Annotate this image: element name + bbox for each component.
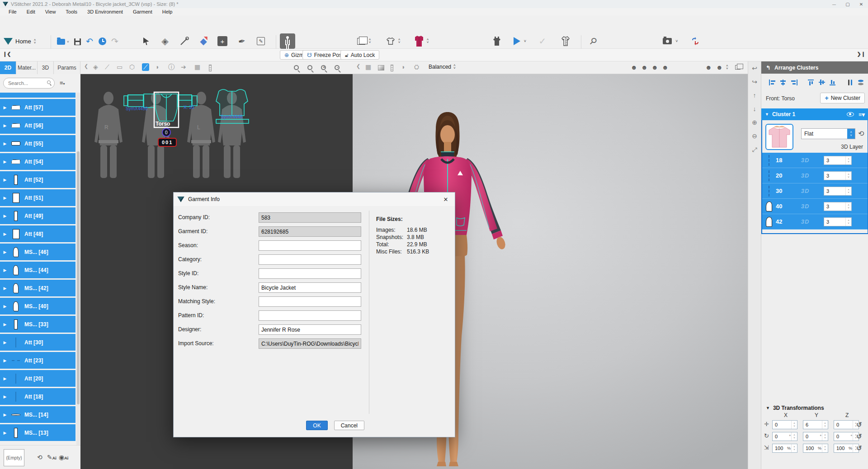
menu-file[interactable]: File bbox=[4, 9, 22, 14]
spinner-icon[interactable]: ˄˅ bbox=[845, 202, 851, 211]
menu-view[interactable]: View bbox=[40, 9, 61, 14]
ruler-2d-icon[interactable] bbox=[209, 65, 212, 71]
menu-garment[interactable]: Garment bbox=[128, 9, 157, 14]
list-filter-icon[interactable]: ≡▾ bbox=[60, 80, 65, 86]
ok-button[interactable]: OK bbox=[306, 421, 327, 430]
spinner-icon[interactable]: ˄˅ bbox=[845, 172, 851, 180]
select-spinner-icon[interactable]: ˄˅ bbox=[847, 129, 855, 139]
strip-zoom-out-icon[interactable]: ⊖ bbox=[748, 129, 761, 143]
avatar-head-icon-3[interactable]: ☻ bbox=[651, 64, 658, 71]
shape-2d-icon[interactable]: ◗ bbox=[156, 63, 159, 70]
undo-button[interactable]: ↶ bbox=[86, 36, 93, 47]
zoom-in-icon[interactable]: + bbox=[321, 65, 326, 70]
list-item[interactable]: ▶MS... [14] bbox=[0, 406, 75, 423]
flat-mode-select[interactable]: Flat ˄˅ bbox=[801, 128, 855, 139]
cluster-thumbnail[interactable] bbox=[765, 124, 793, 150]
reset-icon[interactable]: ⟲ bbox=[37, 454, 42, 461]
size-row[interactable]: 40 3D 3˄˅ bbox=[762, 199, 868, 214]
ai-pen-icon[interactable]: ✎Ai bbox=[47, 454, 57, 461]
garment-id-input[interactable] bbox=[259, 226, 361, 237]
measure-2d-icon[interactable]: ⟋ bbox=[142, 63, 149, 71]
arrow-2d-icon[interactable]: ➔ bbox=[181, 63, 186, 70]
tab-params[interactable]: Params bbox=[54, 61, 80, 74]
transformations-header[interactable]: ▼ 3D Transformations bbox=[761, 402, 868, 412]
list-item[interactable]: ▶Att [52] bbox=[0, 171, 75, 188]
zoom-region-icon[interactable] bbox=[307, 65, 312, 70]
move-down-icon[interactable]: ↓ bbox=[748, 102, 761, 116]
list-item[interactable]: ▶Att [23] bbox=[0, 352, 75, 369]
tab-materials[interactable]: Mater... bbox=[16, 61, 38, 74]
list-item[interactable]: ▶Att [48] bbox=[0, 225, 75, 242]
rotate-y-input[interactable]: 0°˄˅ bbox=[803, 432, 828, 441]
company-id-input[interactable] bbox=[259, 212, 361, 223]
grid-3d-icon[interactable]: ▦ bbox=[365, 63, 371, 70]
texture-2d-icon[interactable]: ◈ bbox=[93, 63, 98, 70]
collapse-triangle-icon[interactable]: ▼ bbox=[766, 406, 770, 410]
scale-y-input[interactable]: 100%˄˅ bbox=[803, 444, 828, 453]
render-quality-selector[interactable]: Balanced ˄˅ bbox=[429, 64, 456, 70]
grid-2d-icon[interactable]: ▦ bbox=[194, 63, 200, 70]
empty-slot[interactable]: (Empty) bbox=[4, 449, 24, 466]
category-input[interactable] bbox=[259, 254, 361, 265]
list-item[interactable]: ▶Att [55] bbox=[0, 135, 75, 152]
size-row[interactable]: 30 3D 3˄˅ bbox=[762, 183, 868, 199]
cluster-header[interactable]: ▼ Cluster 1 ≡▾ bbox=[761, 108, 868, 120]
menu-3d-environment[interactable]: 3D Environment bbox=[82, 9, 128, 14]
home-selector[interactable]: Home ˄˅ bbox=[4, 38, 36, 45]
list-item[interactable]: ▶Att [57] bbox=[0, 99, 75, 116]
move-up-icon[interactable]: ↑ bbox=[748, 89, 761, 102]
distribute-h-icon[interactable] bbox=[846, 79, 854, 86]
detach-window-icon[interactable] bbox=[735, 65, 741, 70]
menu-edit[interactable]: Edit bbox=[22, 9, 40, 14]
list-item[interactable]: ▶Att [30] bbox=[0, 334, 75, 351]
save-button[interactable] bbox=[74, 38, 81, 45]
auto-lock-toggle[interactable]: 🔓︎ Auto Lock bbox=[340, 50, 379, 60]
cluster-menu-icon[interactable]: ≡▾ bbox=[859, 111, 865, 118]
tab-3d[interactable]: 3D bbox=[38, 61, 54, 74]
list-item-partial[interactable] bbox=[0, 93, 75, 98]
reset-move-button[interactable]: ↺ bbox=[856, 421, 862, 429]
panel-back-arrow-icon[interactable]: ↰ bbox=[766, 65, 770, 71]
avatar-hair-icon[interactable]: ☻ bbox=[716, 64, 723, 71]
open-file-button[interactable]: ˅ bbox=[57, 39, 69, 45]
style-name-input[interactable] bbox=[259, 282, 361, 293]
new-cluster-button[interactable]: + New Cluster bbox=[820, 93, 865, 103]
size-row[interactable]: 20 3D 3˄˅ bbox=[762, 168, 868, 183]
panel-back-icon[interactable]: ❮ bbox=[84, 63, 88, 69]
list-item[interactable]: ▶Att [51] bbox=[0, 189, 75, 206]
align-center-icon[interactable] bbox=[779, 79, 787, 86]
history-button[interactable] bbox=[99, 38, 106, 45]
list-item[interactable]: ▶Att [56] bbox=[0, 117, 75, 134]
list-item[interactable]: ▶Att [49] bbox=[0, 207, 75, 224]
move-z-input[interactable]: 0˄˅ bbox=[834, 420, 859, 429]
collapse-left-icon[interactable]: ❙❮ bbox=[3, 51, 11, 57]
align-top-icon[interactable] bbox=[807, 79, 815, 86]
rotate-view-icon[interactable]: ↪ bbox=[748, 75, 761, 89]
window-2d-icon[interactable]: ▭ bbox=[117, 63, 123, 70]
list-item[interactable]: ▶Att [20] bbox=[0, 370, 75, 387]
visibility-eye-icon[interactable] bbox=[847, 112, 854, 117]
season-input[interactable] bbox=[259, 240, 361, 251]
list-item[interactable]: ▶Att [18] bbox=[0, 388, 75, 405]
matching-style-input[interactable] bbox=[259, 296, 361, 307]
list-item[interactable]: ▶MS... [33] bbox=[0, 316, 75, 333]
tab-2d[interactable]: 2D bbox=[0, 61, 16, 74]
collapse-triangle-icon[interactable]: ▼ bbox=[765, 112, 769, 117]
zoom-out-icon[interactable]: - bbox=[335, 65, 340, 70]
scale-x-input[interactable]: 100%˄˅ bbox=[772, 444, 797, 453]
gradient-3d-icon[interactable] bbox=[378, 65, 384, 70]
rotate-z-input[interactable]: 0°˄˅ bbox=[834, 432, 859, 441]
list-item[interactable]: ▶MS... [44] bbox=[0, 262, 75, 278]
import-source-input[interactable] bbox=[259, 338, 361, 349]
spinner-icon[interactable]: ˄˅ bbox=[845, 187, 851, 195]
avatar-spinner-icon[interactable]: ˄˅ bbox=[726, 65, 728, 70]
home-spinner-icon[interactable]: ˄˅ bbox=[34, 39, 36, 44]
align-right-icon[interactable] bbox=[790, 79, 798, 86]
designer-input[interactable] bbox=[259, 324, 361, 335]
badge-zero[interactable]: 0 bbox=[162, 128, 170, 136]
ruler-3d-icon[interactable] bbox=[391, 65, 393, 71]
move-y-input[interactable]: 6˄˅ bbox=[803, 420, 828, 429]
list-item[interactable]: ▶MS... [40] bbox=[0, 298, 75, 314]
camera-3d-icon[interactable]: ⛭ bbox=[414, 63, 419, 71]
close-button[interactable] bbox=[854, 0, 868, 8]
